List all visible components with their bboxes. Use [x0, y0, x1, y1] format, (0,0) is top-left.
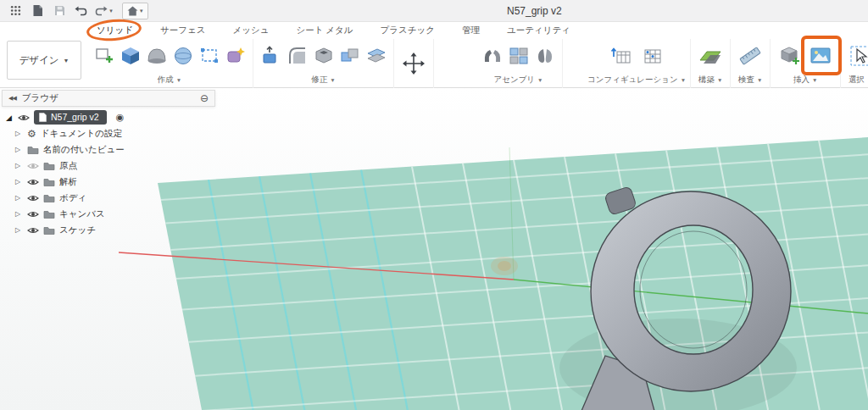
visibility-eye-icon[interactable] — [27, 178, 39, 186]
file-menu-button[interactable] — [27, 2, 47, 20]
save-icon — [54, 5, 65, 16]
group-caret-icon: ▼ — [717, 77, 722, 83]
group-caret-icon: ▼ — [176, 77, 181, 83]
split-body-icon — [365, 45, 387, 67]
tab-utilities-label: ユーティリティ — [507, 25, 570, 35]
tree-item-analysis[interactable]: ▷ 解析 — [2, 174, 215, 190]
construction-plane-button[interactable] — [695, 42, 726, 70]
browser-title: ブラウザ — [22, 92, 58, 104]
move-copy-button[interactable] — [398, 49, 429, 78]
joint-button[interactable] — [479, 42, 505, 70]
split-body-button[interactable] — [363, 42, 389, 70]
titlebar: ▾ ▾ N57_grip v2 — [0, 0, 868, 22]
expander-icon[interactable]: ▷ — [15, 162, 23, 169]
app-grid-menu-button[interactable] — [5, 2, 25, 20]
measure-button[interactable] — [735, 42, 765, 70]
fillet-button[interactable] — [284, 42, 310, 70]
expander-icon[interactable]: ▷ — [15, 226, 23, 234]
visibility-eye-icon[interactable] — [18, 114, 30, 122]
tree-item-named-views[interactable]: ▷ 名前の付いたビュー — [2, 141, 215, 158]
redo-icon — [94, 5, 108, 16]
redo-caret-icon: ▾ — [109, 8, 113, 14]
folder-icon — [43, 177, 55, 186]
expander-icon[interactable]: ▷ — [15, 178, 23, 186]
shell-button[interactable] — [310, 42, 337, 70]
fillet-icon — [287, 45, 309, 67]
group-label-assembly[interactable]: アセンブリ ▼ — [479, 73, 558, 86]
workspace-selector-button[interactable]: デザイン ▼ — [7, 41, 81, 80]
toolbar-group-create: 作成 ▼ — [86, 39, 253, 88]
tab-plastic[interactable]: プラスチック — [379, 23, 437, 38]
expander-icon[interactable]: ▷ — [15, 210, 23, 218]
sphere-button[interactable] — [170, 42, 196, 70]
tab-sheet-metal-label: シート メタル — [296, 25, 353, 35]
pattern-button[interactable] — [196, 42, 222, 70]
redo-button[interactable]: ▾ — [93, 2, 114, 20]
undo-button[interactable] — [71, 2, 92, 20]
joint-origin-button[interactable] — [531, 42, 558, 70]
group-label-insert[interactable]: 挿入 ▼ — [775, 73, 836, 86]
expander-icon[interactable]: ▷ — [15, 194, 23, 202]
tab-utilities[interactable]: ユーティリティ — [505, 23, 572, 38]
folder-icon — [43, 225, 55, 235]
new-component-button[interactable] — [91, 42, 117, 70]
group-label-inspect[interactable]: 検査 ▼ — [735, 73, 765, 86]
ribbon-toolbar: 作成 ▼ — [86, 39, 868, 88]
group-caret-icon: ▼ — [330, 77, 335, 83]
group-label-construct[interactable]: 構築 ▼ — [695, 73, 726, 86]
tab-manage[interactable]: 管理 — [460, 23, 481, 38]
root-component-badge[interactable]: N57_grip v2 — [34, 110, 107, 125]
plastic-feature-button[interactable] — [222, 42, 248, 70]
minimize-panel-icon[interactable]: ⊖ — [200, 93, 209, 103]
activate-component-radio-icon[interactable]: ◉ — [116, 112, 125, 123]
move-icon — [401, 51, 426, 76]
group-label-configuration[interactable]: コンフィギュレーション ▼ — [587, 73, 686, 86]
tab-mesh[interactable]: メッシュ — [231, 23, 270, 38]
browser-tree: ◢ N57_grip v2 ◉ ▷ ⚙ ドキュメントの設定 — [2, 107, 215, 238]
visibility-eye-icon[interactable] — [27, 226, 39, 235]
form-button[interactable] — [143, 42, 170, 70]
ribbon: デザイン ▼ ソリッド サーフェス メッシュ シート メタル プラスチック 管理… — [0, 22, 868, 88]
tree-item-sketches[interactable]: ▷ スケッチ — [2, 222, 215, 238]
insert-canvas-button[interactable] — [805, 42, 836, 70]
tab-surface[interactable]: サーフェス — [159, 23, 207, 38]
visibility-eye-icon[interactable] — [27, 194, 39, 202]
tab-manage-label: 管理 — [462, 25, 480, 35]
rigid-group-button[interactable] — [505, 42, 531, 70]
collapse-panel-icon[interactable]: ◀◀ — [8, 95, 16, 102]
configuration-table-button[interactable] — [637, 42, 667, 70]
origin-marker-core — [498, 261, 511, 271]
tab-solid[interactable]: ソリッド — [95, 23, 135, 38]
visibility-eye-off-icon[interactable] — [27, 162, 39, 170]
toolbar-group-inspect: 検査 ▼ — [731, 39, 771, 88]
tree-item-bodies[interactable]: ▷ ボディ — [2, 190, 215, 206]
save-button[interactable] — [49, 2, 70, 20]
group-label-select[interactable]: 選択 ▼ — [845, 73, 868, 86]
tree-item-origin[interactable]: ▷ 原点 — [2, 158, 215, 174]
plastic-feature-icon — [225, 45, 247, 67]
expander-icon[interactable]: ▷ — [15, 146, 23, 153]
expander-icon[interactable]: ▷ — [15, 130, 23, 137]
tree-item-canvases[interactable]: ▷ キャンバス — [2, 206, 215, 222]
configure-button[interactable] — [606, 42, 637, 70]
box-button[interactable] — [117, 42, 143, 70]
home-view-button[interactable]: ▾ — [122, 3, 148, 19]
tree-item-document-settings[interactable]: ▷ ⚙ ドキュメントの設定 — [2, 125, 215, 141]
press-pull-icon — [260, 45, 282, 67]
select-button[interactable] — [845, 42, 868, 70]
group-label-create[interactable]: 作成 ▼ — [91, 73, 248, 86]
expander-open-icon[interactable]: ◢ — [6, 114, 14, 122]
construction-plane-icon — [698, 45, 723, 67]
viewport[interactable]: ◀◀ ブラウザ ⊖ ◢ N57_grip v2 ◉ ▷ — [0, 88, 868, 410]
tab-solid-label: ソリッド — [97, 25, 133, 35]
visibility-eye-icon[interactable] — [27, 210, 39, 219]
insert-mesh-button[interactable] — [775, 42, 805, 70]
browser-header: ◀◀ ブラウザ ⊖ — [2, 90, 215, 107]
combine-button[interactable] — [337, 42, 363, 70]
tree-item-root[interactable]: ◢ N57_grip v2 ◉ — [2, 109, 215, 125]
group-caret-icon: ▼ — [681, 77, 686, 83]
press-pull-button[interactable] — [258, 42, 284, 70]
group-label-modify[interactable]: 修正 ▼ — [258, 73, 389, 86]
tab-sheet-metal[interactable]: シート メタル — [294, 23, 354, 38]
pattern-icon — [198, 45, 220, 67]
